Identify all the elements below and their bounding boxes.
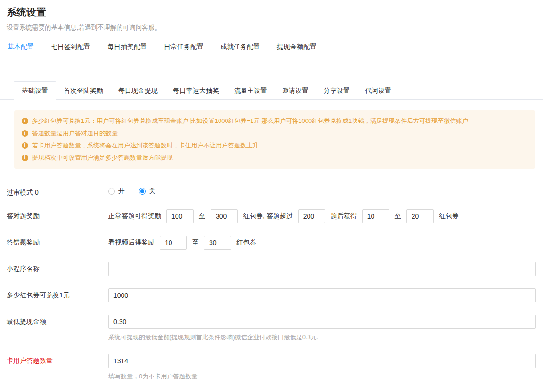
correct-reward-to1: 至	[199, 212, 205, 220]
main-tab-daily-lottery[interactable]: 每日抽奖配置	[106, 39, 148, 57]
main-tab-withdraw-amount[interactable]: 提现金额配置	[276, 39, 317, 57]
wrong-reward-label: 答错题奖励	[7, 236, 108, 250]
block-answer-count-help: 填写数量，0为不卡用户答题数量	[108, 372, 536, 381]
correct-reward-min-input[interactable]	[166, 209, 194, 223]
alert-row: i 若卡用户答题数量，系统将会在用户达到该答题数时，卡住用户不让用户答题数上升	[22, 139, 527, 152]
sub-tab-basic-settings[interactable]: 基础设置	[14, 81, 56, 100]
correct-reward-text4: 红包券	[439, 212, 459, 220]
main-tab-basic-config[interactable]: 基本配置	[7, 39, 35, 57]
audit-mode-off-option[interactable]: 关	[139, 187, 155, 196]
form-row-mini-program-name: 小程序名称	[7, 262, 543, 276]
form-row-block-answer-count: 卡用户答题数量 填写数量，0为不卡用户答题数量	[7, 354, 543, 381]
alert-row: i 提现档次中可设置用户满足多少答题数量后方能提现	[22, 152, 527, 164]
alert-text: 若卡用户答题数量，系统将会在用户达到该答题数时，卡住用户不让用户答题数上升	[32, 139, 259, 152]
alert-text: 多少红包券可兑换1元：用户可将红包券兑换成至现金账户 比如设置1000红包券=1…	[32, 115, 468, 127]
exchange-rate-input[interactable]	[108, 288, 536, 302]
correct-reward-to2: 至	[395, 212, 401, 220]
sub-tab-traffic-settings[interactable]: 流量主设置	[227, 81, 275, 99]
alert-row: i 多少红包券可兑换1元：用户可将红包券兑换成至现金账户 比如设置1000红包券…	[22, 115, 527, 127]
min-withdraw-help: 系统可提现的最低金额(提现规则首此条件影响)微信企业付款接口最低是0.3元.	[108, 333, 536, 342]
correct-reward-text1: 正常答题可得奖励	[108, 212, 161, 220]
info-icon: i	[22, 118, 28, 124]
alert-text: 答题数量是用户答对题目的数量	[32, 127, 118, 139]
sub-tab-invite-settings[interactable]: 邀请设置	[275, 81, 316, 99]
correct-reward-min2-input[interactable]	[362, 209, 389, 223]
main-tab-seven-day-signin[interactable]: 七日签到配置	[50, 39, 91, 57]
wrong-reward-control: 看视频后得奖励 至 红包券	[108, 236, 543, 250]
exchange-rate-control	[108, 288, 543, 302]
sub-tab-bar: 基础设置 首次登陆奖励 每日现金提现 每日幸运大抽奖 流量主设置 邀请设置 分享…	[0, 81, 543, 100]
mini-program-name-label: 小程序名称	[7, 262, 108, 276]
settings-form: 过审模式 0 开 关 答对题奖励 正常答题可得奖励 至 红包券, 答题超过	[0, 186, 543, 381]
correct-reward-control: 正常答题可得奖励 至 红包券, 答题超过 题后获得 至 红包券	[108, 209, 543, 223]
form-row-audit-mode: 过审模式 0 开 关	[7, 186, 543, 197]
main-tab-achievement-task[interactable]: 成就任务配置	[219, 39, 261, 57]
correct-reward-max2-input[interactable]	[406, 209, 434, 223]
correct-reward-text2: 红包券, 答题超过	[243, 212, 293, 220]
info-icon: i	[22, 130, 28, 137]
exchange-rate-label: 多少红包券可兑换1元	[7, 288, 108, 302]
min-withdraw-input[interactable]	[108, 315, 536, 329]
form-row-exchange-rate: 多少红包券可兑换1元	[7, 288, 543, 302]
settings-card: 基础设置 首次登陆奖励 每日现金提现 每日幸运大抽奖 流量主设置 邀请设置 分享…	[0, 81, 543, 381]
sub-tab-share-settings[interactable]: 分享设置	[316, 81, 357, 99]
form-row-wrong-reward: 答错题奖励 看视频后得奖励 至 红包券	[7, 236, 543, 250]
block-answer-count-label: 卡用户答题数量	[7, 354, 108, 381]
info-icon: i	[22, 155, 28, 161]
audit-mode-label: 过审模式 0	[7, 186, 108, 197]
radio-unchecked-icon[interactable]	[108, 188, 115, 195]
wrong-reward-min-input[interactable]	[160, 236, 187, 250]
block-answer-count-input[interactable]	[108, 354, 536, 368]
main-tab-bar: 基本配置 七日签到配置 每日抽奖配置 日常任务配置 成就任务配置 提现金额配置	[0, 39, 543, 57]
sub-tab-daily-lucky-draw[interactable]: 每日幸运大抽奖	[165, 81, 227, 99]
info-icon: i	[22, 142, 28, 149]
page-header: 系统设置 设置系统需要的基本信息,若遇到不理解的可询问客服。	[0, 0, 543, 32]
wrong-reward-suffix: 红包券	[236, 238, 256, 247]
wrong-reward-to: 至	[192, 238, 199, 247]
audit-mode-on-label: 开	[118, 187, 125, 196]
correct-reward-max-input[interactable]	[211, 209, 238, 223]
correct-reward-text3: 题后获得	[331, 212, 357, 220]
min-withdraw-label: 最低提现金额	[7, 315, 108, 342]
mini-program-name-control	[108, 262, 543, 276]
main-tab-daily-task[interactable]: 日常任务配置	[163, 39, 204, 57]
form-row-correct-reward: 答对题奖励 正常答题可得奖励 至 红包券, 答题超过 题后获得 至 红包券	[7, 209, 543, 223]
info-alert: i 多少红包券可兑换1元：用户可将红包券兑换成至现金账户 比如设置1000红包券…	[14, 110, 535, 169]
sub-tab-daily-cash-withdraw[interactable]: 每日现金提现	[111, 81, 165, 99]
alert-row: i 答题数量是用户答对题目的数量	[22, 127, 527, 139]
correct-reward-label: 答对题奖励	[7, 209, 108, 223]
form-row-min-withdraw: 最低提现金额 系统可提现的最低金额(提现规则首此条件影响)微信企业付款接口最低是…	[7, 315, 543, 342]
alert-text: 提现档次中可设置用户满足多少答题数量后方能提现	[32, 152, 173, 164]
wrong-reward-text1: 看视频后得奖励	[108, 238, 154, 247]
wrong-reward-max-input[interactable]	[204, 236, 231, 250]
audit-mode-off-label: 关	[149, 187, 155, 196]
audit-mode-control: 开 关	[108, 186, 543, 197]
sub-tab-keyword-settings[interactable]: 代词设置	[357, 81, 399, 99]
audit-mode-on-option[interactable]: 开	[108, 187, 125, 196]
block-answer-count-control: 填写数量，0为不卡用户答题数量	[108, 354, 543, 381]
min-withdraw-control: 系统可提现的最低金额(提现规则首此条件影响)微信企业付款接口最低是0.3元.	[108, 315, 543, 342]
correct-reward-threshold-input[interactable]	[298, 209, 325, 223]
page-title: 系统设置	[7, 6, 536, 19]
sub-tab-first-login-reward[interactable]: 首次登陆奖励	[56, 81, 111, 99]
radio-checked-icon[interactable]	[139, 188, 146, 195]
page-subtitle: 设置系统需要的基本信息,若遇到不理解的可询问客服。	[7, 24, 536, 32]
mini-program-name-input[interactable]	[108, 262, 536, 276]
